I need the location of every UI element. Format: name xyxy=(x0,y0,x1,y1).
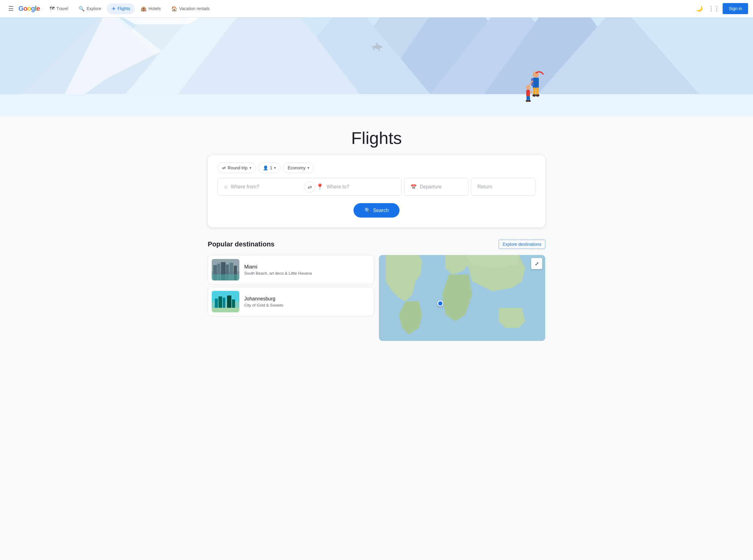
map-expand-button[interactable]: ⤢ xyxy=(531,258,542,269)
return-placeholder: Return xyxy=(477,184,492,189)
svg-rect-23 xyxy=(533,87,536,95)
nav-items: 🗺 Travel 🔍 Explore ✈ Flights 🏨 Hotels 🏠 … xyxy=(45,3,692,14)
destination-card-miami[interactable]: Miami South Beach, art deco & Little Hav… xyxy=(208,255,374,284)
explore-destinations-link[interactable]: Explore destinations xyxy=(498,240,545,249)
nav-label-travel: Travel xyxy=(57,6,68,11)
vacation-icon: 🏠 xyxy=(171,6,177,12)
swap-icon: ⇄ xyxy=(308,184,312,190)
svg-rect-31 xyxy=(527,96,528,101)
nav-label-hotels: Hotels xyxy=(148,6,161,11)
to-icon: 📍 xyxy=(316,183,324,191)
theme-button[interactable]: 🌙 xyxy=(693,2,706,15)
popular-title: Popular destinations xyxy=(208,240,274,248)
travel-icon: 🗺 xyxy=(50,6,55,11)
trip-type-label: Round trip xyxy=(228,165,248,170)
return-date-field[interactable]: Return xyxy=(471,178,535,196)
to-field[interactable]: 📍 xyxy=(310,178,402,196)
nav-label-vacation: Vacation rentals xyxy=(179,6,209,11)
search-btn-row: 🔍 Search xyxy=(218,203,535,218)
swap-button[interactable]: ⇄ xyxy=(304,181,315,193)
to-input[interactable] xyxy=(327,184,395,189)
svg-line-35 xyxy=(530,92,532,93)
miami-info: Miami South Beach, art deco & Little Hav… xyxy=(244,264,370,276)
svg-rect-52 xyxy=(212,308,239,312)
page-content: Flights ⇄ Round trip ▾ 👤 1 ▾ Economy ▾ xyxy=(0,128,753,353)
svg-rect-19 xyxy=(0,94,753,116)
map-container[interactable]: ⤢ xyxy=(379,255,545,341)
dates-container: 📅 Departure Return xyxy=(404,178,535,196)
svg-point-29 xyxy=(526,85,530,89)
apps-icon: ⋮⋮ xyxy=(709,5,719,12)
trip-type-chevron: ▾ xyxy=(249,166,251,170)
filter-row: ⇄ Round trip ▾ 👤 1 ▾ Economy ▾ xyxy=(218,163,535,173)
destination-list: Miami South Beach, art deco & Little Hav… xyxy=(208,255,374,341)
hero-section xyxy=(0,18,753,116)
search-fields-row: ○ ⇄ 📍 📅 Departure Retur xyxy=(218,178,535,196)
johannesburg-info: Johannesburg City of Gold & Soweto xyxy=(244,296,370,307)
svg-rect-44 xyxy=(212,274,239,280)
departure-date-field[interactable]: 📅 Departure xyxy=(404,178,469,196)
search-container: ⇄ Round trip ▾ 👤 1 ▾ Economy ▾ ○ xyxy=(208,155,545,227)
nav-item-explore[interactable]: 🔍 Explore xyxy=(74,3,106,14)
nav-label-flights: Flights xyxy=(118,6,130,11)
popular-destinations-section: Popular destinations Explore destination… xyxy=(208,240,545,353)
hiker-illustration xyxy=(519,68,550,109)
svg-rect-30 xyxy=(526,90,530,97)
navbar: ☰ Google 🗺 Travel 🔍 Explore ✈ Flights 🏨 … xyxy=(0,0,753,18)
destination-card-johannesburg[interactable]: Johannesburg City of Gold & Soweto xyxy=(208,287,374,316)
page-title: Flights xyxy=(24,128,729,148)
sign-in-label: Sign in xyxy=(729,6,742,11)
hero-plane-icon xyxy=(370,42,383,54)
nav-item-vacation[interactable]: 🏠 Vacation rentals xyxy=(166,3,215,14)
miami-name: Miami xyxy=(244,264,370,270)
explore-icon: 🔍 xyxy=(79,6,85,12)
popular-grid: Miami South Beach, art deco & Little Hav… xyxy=(208,255,545,341)
passenger-icon: 👤 xyxy=(263,165,268,170)
popular-header: Popular destinations Explore destination… xyxy=(208,240,545,249)
svg-point-26 xyxy=(536,94,540,97)
svg-rect-24 xyxy=(536,87,539,95)
miami-image xyxy=(212,259,239,280)
search-icon: 🔍 xyxy=(365,207,371,213)
location-container: ○ ⇄ 📍 xyxy=(218,178,402,196)
nav-item-flights[interactable]: ✈ Flights xyxy=(107,3,135,14)
nav-label-explore: Explore xyxy=(86,6,101,11)
trip-type-selector[interactable]: ⇄ Round trip ▾ xyxy=(218,163,256,173)
miami-desc: South Beach, art deco & Little Havana xyxy=(244,271,370,276)
expand-icon: ⤢ xyxy=(535,261,539,267)
search-label: Search xyxy=(373,208,389,213)
sign-in-button[interactable]: Sign in xyxy=(723,3,748,14)
from-field[interactable]: ○ xyxy=(218,179,310,196)
explore-label: Explore destinations xyxy=(503,242,541,247)
svg-point-25 xyxy=(532,94,536,97)
trip-type-icon: ⇄ xyxy=(222,165,226,170)
nav-item-travel[interactable]: 🗺 Travel xyxy=(45,3,73,14)
menu-button[interactable]: ☰ xyxy=(5,2,17,15)
passengers-chevron: ▾ xyxy=(274,166,276,170)
svg-rect-32 xyxy=(528,96,530,101)
calendar-icon: 📅 xyxy=(411,184,417,190)
hotels-icon: 🏨 xyxy=(141,6,147,12)
cabin-class-selector[interactable]: Economy ▾ xyxy=(283,163,313,173)
nav-item-hotels[interactable]: 🏨 Hotels xyxy=(136,3,166,14)
hero-mountains xyxy=(0,18,753,116)
map-location-dot xyxy=(437,300,443,306)
svg-point-34 xyxy=(528,100,531,102)
search-button[interactable]: 🔍 Search xyxy=(353,203,400,218)
johannesburg-name: Johannesburg xyxy=(244,296,370,302)
passengers-label: 1 xyxy=(270,165,272,170)
departure-placeholder: Departure xyxy=(420,184,442,189)
cabin-chevron: ▾ xyxy=(307,166,309,170)
theme-icon: 🌙 xyxy=(696,5,703,12)
nav-right: 🌙 ⋮⋮ Sign in xyxy=(693,2,748,15)
johannesburg-desc: City of Gold & Soweto xyxy=(244,303,370,307)
from-icon: ○ xyxy=(224,183,228,191)
apps-button[interactable]: ⋮⋮ xyxy=(708,2,720,15)
google-logo[interactable]: Google xyxy=(18,5,40,13)
from-input[interactable] xyxy=(231,184,303,189)
cabin-label: Economy xyxy=(287,165,305,170)
passengers-selector[interactable]: 👤 1 ▾ xyxy=(258,163,281,173)
map-svg xyxy=(379,255,545,341)
johannesburg-image xyxy=(212,291,239,312)
flights-icon: ✈ xyxy=(112,6,116,12)
